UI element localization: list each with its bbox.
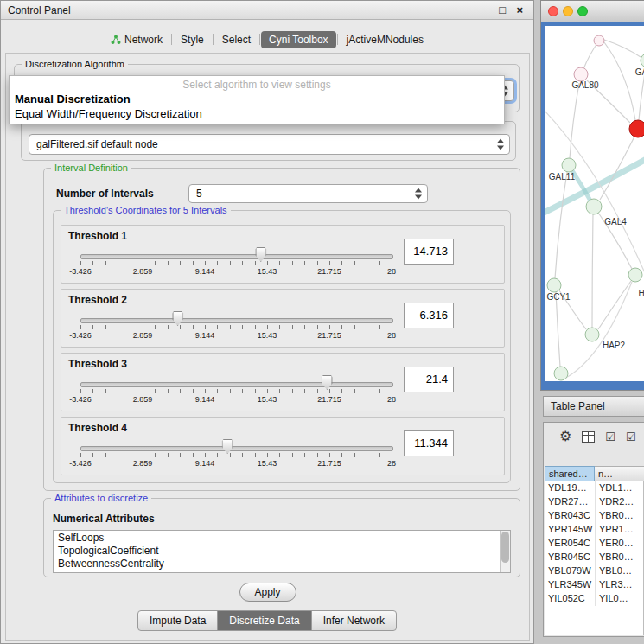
combo-value: galFiltered.sif default node bbox=[36, 135, 158, 154]
table-row[interactable]: YER054CYER0… bbox=[545, 537, 643, 551]
table-panel-titlebar: Table Panel bbox=[543, 396, 644, 417]
threshold-panel: Threshold 3 -3.4262.8599.14415.4321.7152… bbox=[61, 353, 505, 411]
close-icon[interactable]: × bbox=[516, 1, 523, 20]
table-row[interactable]: YBR045CYBR0… bbox=[545, 551, 643, 564]
slider-scale-labels: -3.4262.8599.14415.4321.71528 bbox=[80, 459, 392, 469]
network-node[interactable] bbox=[554, 367, 568, 380]
table-row[interactable]: YDR27…YDR2… bbox=[545, 495, 643, 509]
table-row[interactable]: YPR145WYPR1… bbox=[545, 523, 643, 537]
network-edge bbox=[545, 108, 644, 285]
table-row[interactable]: YLR345WYLR3… bbox=[545, 578, 643, 592]
algorithm-dropdown-popup: Select algorithm to view settings Manual… bbox=[9, 75, 505, 124]
threshold-slider[interactable] bbox=[80, 318, 393, 323]
network-canvas[interactable]: GAL80GAGAL11GAL4GCY1HHAP2 bbox=[545, 26, 644, 381]
minimize-traffic-light[interactable] bbox=[563, 6, 573, 16]
tab-label: Select bbox=[222, 34, 251, 46]
threshold-value-input[interactable]: 6.316 bbox=[404, 303, 454, 328]
cyni-toolbox-panel: Discretization Algorithm Select algorith… bbox=[5, 53, 530, 641]
tab-select[interactable]: Select bbox=[214, 31, 258, 48]
network-node[interactable] bbox=[586, 199, 602, 214]
tab-discretize-data[interactable]: Discretize Data bbox=[217, 610, 311, 631]
threshold-slider[interactable] bbox=[80, 382, 393, 387]
dropdown-item-manual-discretization[interactable]: Manual Discretization bbox=[10, 92, 504, 106]
threshold-value-input[interactable]: 14.713 bbox=[404, 239, 454, 265]
slider-ticks bbox=[80, 389, 392, 394]
table-row[interactable]: YBL079WYBL0… bbox=[545, 564, 643, 578]
thresholds-group: Threshold's Coordinates for 5 Intervals … bbox=[53, 210, 511, 483]
tab-style[interactable]: Style bbox=[173, 31, 212, 48]
slider-scale-labels: -3.4262.8599.14415.4321.71528 bbox=[80, 267, 392, 277]
slider-scale-labels: -3.4262.8599.14415.4321.71528 bbox=[80, 331, 392, 341]
tab-infer-network[interactable]: Infer Network bbox=[311, 610, 397, 631]
table-row[interactable]: YBR043CYBR0… bbox=[545, 509, 643, 523]
threshold-value-input[interactable]: 21.4 bbox=[404, 367, 454, 392]
threshold-value-input[interactable]: 11.344 bbox=[404, 430, 454, 456]
checkbox-icon[interactable]: ☑ bbox=[626, 431, 636, 443]
table-panel-window: ⚙ ☑ ☑ shared… n… YDL19…YDL1…YDR27…YDR2…Y… bbox=[543, 422, 644, 637]
node-label: GAL11 bbox=[549, 172, 576, 182]
scrollbar-thumb[interactable] bbox=[501, 532, 509, 563]
threshold-label: Threshold 4 bbox=[68, 422, 127, 434]
network-edge bbox=[604, 40, 641, 57]
network-node[interactable] bbox=[585, 328, 599, 341]
node-label: GCY1 bbox=[546, 292, 571, 302]
slider-thumb[interactable] bbox=[172, 311, 183, 326]
close-traffic-light[interactable] bbox=[548, 6, 558, 16]
column-header-name[interactable]: n… bbox=[595, 466, 644, 481]
list-scrollbar[interactable] bbox=[500, 531, 510, 572]
column-header-shared-name[interactable]: shared… bbox=[545, 466, 595, 481]
threshold-label: Threshold 2 bbox=[68, 294, 127, 306]
number-of-intervals-label: Number of Intervals bbox=[56, 188, 154, 200]
tab-label: jActiveMNodules bbox=[347, 34, 424, 46]
network-node[interactable] bbox=[628, 268, 642, 282]
apply-button[interactable]: Apply bbox=[239, 583, 296, 602]
table-row[interactable]: YDL19…YDL1… bbox=[545, 481, 643, 495]
tab-cyni-toolbox[interactable]: Cyni Toolbox bbox=[261, 31, 335, 48]
network-node[interactable] bbox=[641, 54, 644, 67]
network-node[interactable] bbox=[562, 158, 576, 172]
network-node[interactable] bbox=[547, 278, 561, 292]
slider-ticks bbox=[80, 453, 392, 458]
tab-separator bbox=[171, 34, 172, 45]
tab-label: Cyni Toolbox bbox=[269, 34, 328, 46]
threshold-slider[interactable] bbox=[80, 446, 393, 451]
table-data-combobox[interactable]: galFiltered.sif default node bbox=[29, 134, 510, 155]
threshold-slider[interactable] bbox=[80, 254, 393, 259]
threshold-panel: Threshold 2 -3.4262.8599.14415.4321.7152… bbox=[61, 289, 505, 348]
list-item[interactable]: BetweennessCentrality bbox=[54, 558, 499, 571]
slider-thumb[interactable] bbox=[322, 375, 333, 390]
network-node[interactable] bbox=[594, 35, 604, 46]
checkbox-icon[interactable]: ☑ bbox=[605, 431, 615, 443]
tab-label: Style bbox=[181, 34, 204, 46]
cyni-bottom-tabbar: Impute Data Discretize Data Infer Networ… bbox=[6, 610, 529, 631]
numerical-attributes-list[interactable]: SelfLoopsTopologicalCoefficientBetweenne… bbox=[53, 530, 511, 573]
dropdown-item-equal-width-frequency[interactable]: Equal Width/Frequency Discretization bbox=[10, 106, 504, 121]
slider-ticks bbox=[80, 325, 392, 330]
network-node[interactable] bbox=[629, 120, 644, 137]
number-of-intervals-combobox[interactable]: 5 bbox=[188, 184, 428, 203]
network-edge bbox=[556, 292, 560, 367]
tab-impute-data[interactable]: Impute Data bbox=[137, 610, 218, 631]
slider-thumb[interactable] bbox=[222, 439, 233, 454]
slider-thumb[interactable] bbox=[255, 247, 266, 262]
tab-network[interactable]: Network bbox=[103, 31, 170, 48]
node-label: GA bbox=[635, 67, 644, 77]
columns-icon[interactable] bbox=[582, 431, 595, 443]
float-window-icon[interactable]: □ bbox=[499, 1, 506, 20]
attributes-group: Attributes to discretize Numerical Attri… bbox=[43, 498, 520, 577]
combo-arrows-icon bbox=[497, 139, 505, 150]
table-header-row: shared… n… bbox=[545, 466, 644, 481]
list-item[interactable]: SelfLoops bbox=[54, 532, 499, 545]
table-body: YDL19…YDL1…YDR27…YDR2…YBR043CYBR0…YPR145… bbox=[545, 481, 643, 635]
network-edge bbox=[604, 42, 635, 120]
table-panel-title: Table Panel bbox=[551, 400, 605, 412]
list-item[interactable]: TopologicalCoefficient bbox=[54, 545, 499, 558]
tab-jactivemnodules[interactable]: jActiveMNodules bbox=[339, 31, 431, 48]
slider-ticks bbox=[80, 261, 392, 266]
table-row[interactable]: YIL052CYIL0… bbox=[545, 592, 643, 606]
gear-icon[interactable]: ⚙ bbox=[559, 430, 571, 443]
network-node[interactable] bbox=[574, 67, 588, 81]
zoom-traffic-light[interactable] bbox=[577, 6, 588, 16]
control-panel-tabbar: Network Style Select Cyni Toolbox jActiv… bbox=[1, 29, 533, 50]
dropdown-hint: Select algorithm to view settings bbox=[10, 76, 504, 92]
